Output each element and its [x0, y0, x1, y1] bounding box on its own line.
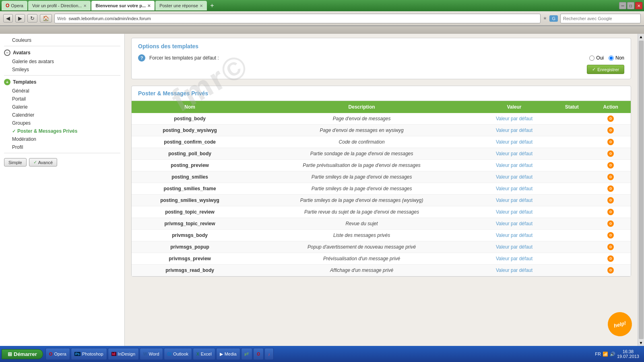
- forward-button[interactable]: ▶: [15, 14, 25, 23]
- scrollbar[interactable]: ▲ ▼: [638, 34, 644, 346]
- address-input[interactable]: [68, 16, 538, 21]
- tab-profil[interactable]: Voir un profil - Direction... ✕: [28, 1, 91, 10]
- home-button[interactable]: 🏠: [40, 14, 52, 23]
- taskbar-item-opera-mini[interactable]: O: [253, 348, 264, 360]
- cell-action[interactable]: ⚙: [591, 171, 631, 183]
- sidebar-section-avatars-header[interactable]: − Avatars: [0, 48, 124, 58]
- cell-action[interactable]: ⚙: [591, 230, 631, 241]
- edit-icon[interactable]: ⚙: [607, 174, 614, 180]
- cell-action[interactable]: ⚙: [591, 218, 631, 230]
- minimize-button[interactable]: ─: [619, 2, 626, 9]
- simple-button[interactable]: Simple: [4, 158, 27, 167]
- cell-action[interactable]: ⚙: [591, 253, 631, 265]
- edit-icon[interactable]: ⚙: [607, 139, 614, 145]
- tab-poster[interactable]: Poster une réponse ✕: [155, 1, 207, 10]
- cell-action[interactable]: ⚙: [591, 183, 631, 195]
- cell-valeur[interactable]: Valeur par défaut: [475, 206, 553, 218]
- cell-valeur[interactable]: Valeur par défaut: [475, 171, 553, 183]
- edit-icon[interactable]: ⚙: [607, 115, 614, 122]
- sidebar-item-general[interactable]: Général: [0, 87, 124, 95]
- taskbar-item-excel[interactable]: X Excel: [193, 348, 215, 360]
- cell-valeur[interactable]: Valeur par défaut: [475, 113, 553, 125]
- edit-icon[interactable]: ⚙: [607, 232, 614, 239]
- cell-valeur[interactable]: Valeur par défaut: [475, 148, 553, 160]
- cell-valeur[interactable]: Valeur par défaut: [475, 136, 553, 148]
- scroll-up[interactable]: ▲: [638, 34, 644, 40]
- cell-action[interactable]: ⚙: [591, 136, 631, 148]
- close-icon[interactable]: ✕: [200, 4, 203, 8]
- taskbar-item-id[interactable]: Id InDesign: [108, 348, 139, 360]
- edit-icon[interactable]: ⚙: [607, 185, 614, 192]
- edit-icon[interactable]: ⚙: [607, 255, 614, 262]
- sidebar-section-templates-header[interactable]: + Templates: [0, 77, 124, 87]
- close-button[interactable]: ✕: [635, 2, 642, 9]
- cell-valeur[interactable]: Valeur par défaut: [475, 218, 553, 230]
- radio-oui[interactable]: [589, 56, 594, 61]
- sidebar-item-profil[interactable]: Profil: [0, 143, 124, 151]
- taskbar-item-word[interactable]: W Word: [140, 348, 163, 360]
- cell-description: Partie prévisualisation de la page d'env…: [248, 160, 475, 171]
- cell-action[interactable]: ⚙: [591, 148, 631, 160]
- scroll-thumb[interactable]: [639, 41, 644, 339]
- save-button[interactable]: ✓ Enregistrer: [587, 65, 624, 74]
- cell-valeur[interactable]: Valeur par défaut: [475, 195, 553, 206]
- browser-toolbar: ◀ ▶ ↻ 🏠 Web ★ G: [0, 11, 644, 26]
- edit-icon[interactable]: ⚙: [607, 209, 614, 215]
- cell-statut: [553, 125, 591, 136]
- cell-action[interactable]: ⚙: [591, 206, 631, 218]
- sidebar-item-poster-messages[interactable]: ✓ Poster & Messages Privés: [0, 127, 124, 135]
- cell-valeur[interactable]: Valeur par défaut: [475, 183, 553, 195]
- close-icon[interactable]: ✕: [147, 4, 151, 8]
- taskbar-item-outlook[interactable]: Ol Outlook: [164, 348, 192, 360]
- cell-valeur[interactable]: Valeur par défaut: [475, 265, 553, 276]
- start-button[interactable]: ⊞ Démarrer: [2, 349, 43, 359]
- cell-valeur[interactable]: Valeur par défaut: [475, 253, 553, 265]
- taskbar-item-itunes[interactable]: ♪: [264, 348, 274, 360]
- cell-valeur[interactable]: Valeur par défaut: [475, 160, 553, 171]
- edit-icon[interactable]: ⚙: [607, 162, 614, 169]
- cell-action[interactable]: ⚙: [591, 125, 631, 136]
- radio-non[interactable]: [609, 56, 614, 61]
- sidebar-item-galerie[interactable]: Galerie: [0, 103, 124, 111]
- sidebar-item-moderation[interactable]: Modération: [0, 135, 124, 143]
- taskbar-item-media[interactable]: ▶ Media: [216, 348, 240, 360]
- cell-action[interactable]: ⚙: [591, 195, 631, 206]
- taskbar-item-utorrent[interactable]: µT: [241, 348, 253, 360]
- cell-action[interactable]: ⚙: [591, 265, 631, 276]
- search-input[interactable]: [563, 16, 638, 21]
- taskbar-item-opera[interactable]: O Opera: [45, 348, 70, 360]
- sidebar-item-couleurs[interactable]: Couleurs: [0, 36, 124, 44]
- sidebar-item-groupes[interactable]: Groupes: [0, 119, 124, 127]
- sidebar-item-portail[interactable]: Portail: [0, 95, 124, 103]
- radio-non-label[interactable]: Non: [609, 55, 624, 61]
- edit-icon[interactable]: ⚙: [607, 197, 614, 204]
- cell-nom: posting_poll_body: [132, 148, 248, 160]
- cell-action[interactable]: ⚙: [591, 160, 631, 171]
- new-tab-button[interactable]: +: [208, 1, 216, 10]
- sidebar-item-galerie-avatars[interactable]: Galerie des avatars: [0, 58, 124, 66]
- edit-icon[interactable]: ⚙: [607, 220, 614, 227]
- edit-icon[interactable]: ⚙: [607, 150, 614, 157]
- cell-valeur[interactable]: Valeur par défaut: [475, 230, 553, 241]
- close-icon[interactable]: ✕: [83, 4, 87, 8]
- sidebar-item-smileys[interactable]: Smileys: [0, 66, 124, 74]
- cell-action[interactable]: ⚙: [591, 241, 631, 253]
- edit-icon[interactable]: ⚙: [607, 244, 614, 250]
- sidebar-item-calendrier[interactable]: Calendrier: [0, 111, 124, 119]
- cell-nom: posting_smilies: [132, 171, 248, 183]
- cell-valeur[interactable]: Valeur par défaut: [475, 241, 553, 253]
- taskbar-item-ps[interactable]: Ps Photoshop: [71, 348, 107, 360]
- back-button[interactable]: ◀: [3, 14, 13, 23]
- edit-icon[interactable]: ⚙: [607, 267, 614, 274]
- reload-button[interactable]: ↻: [27, 14, 37, 23]
- cell-valeur[interactable]: Valeur par défaut: [475, 125, 553, 136]
- cell-action[interactable]: ⚙: [591, 113, 631, 125]
- sidebar-divider-2: [4, 75, 120, 76]
- radio-oui-label[interactable]: Oui: [589, 55, 604, 61]
- maximize-button[interactable]: □: [627, 2, 634, 9]
- bookmark-icon[interactable]: ★: [543, 16, 547, 21]
- avance-button[interactable]: ✓ Avancé: [29, 158, 58, 167]
- tab-opera[interactable]: O Opera: [2, 1, 27, 10]
- edit-icon[interactable]: ⚙: [607, 127, 614, 134]
- tab-bienvenue[interactable]: Bienvenue sur votre p... ✕: [91, 1, 155, 10]
